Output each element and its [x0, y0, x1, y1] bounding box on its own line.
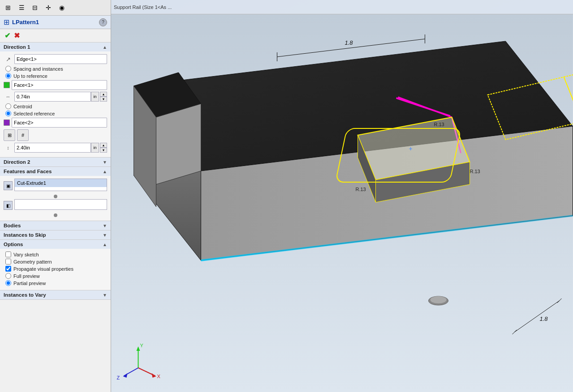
pattern-icon-btn1[interactable]: ⊞ [4, 129, 15, 141]
spacing1-unit-btn[interactable]: in [91, 92, 99, 102]
toolbar-btn-color[interactable]: ◉ [56, 1, 68, 14]
vary-sketch-checkbox[interactable] [5, 251, 11, 257]
svg-text:Y: Y [140, 343, 144, 348]
radius-label-4: R.13 [492, 84, 503, 89]
small-icon-row: ⊞ # [4, 129, 107, 141]
radius-label-1: R.13 [356, 187, 366, 192]
direction1-section: Direction 1 ▲ ↗ Edge<1> Spacing and inst… [0, 43, 111, 158]
pattern-icon-btn2[interactable]: # [17, 129, 29, 141]
centroid-label[interactable]: Centroid [13, 104, 32, 109]
toolbar-btn-grid[interactable]: ⊞ [2, 1, 14, 14]
vary-sketch-label[interactable]: Vary sketch [13, 252, 39, 257]
cut-extrude-item[interactable]: Cut-Extrude1 [15, 179, 107, 187]
direction2-header[interactable]: Direction 2 ▼ [0, 158, 111, 166]
confirm-button[interactable]: ✔ [4, 31, 10, 40]
geometry-pattern-checkbox[interactable] [5, 259, 11, 264]
svg-text:Z: Z [117, 375, 120, 380]
help-button[interactable]: ? [99, 18, 107, 26]
selected-reference-label[interactable]: Selected reference [13, 111, 55, 116]
propagate-visual-checkbox[interactable] [5, 266, 11, 272]
instances-vary-section: Instances to Vary ▼ [0, 290, 111, 300]
spacing2-input[interactable]: 2.40in [14, 143, 91, 153]
face1-color-indicator [4, 82, 10, 88]
face2-input[interactable]: Face<2> [12, 118, 107, 128]
features-faces-header[interactable]: Features and Faces ▲ [0, 167, 111, 176]
propagate-visual-label[interactable]: Propagate visual properties [13, 266, 73, 272]
spacing1-unit-btns: in ▲ ▼ [91, 92, 107, 102]
instances-skip-header[interactable]: Instances to Skip ▼ [0, 230, 111, 239]
crosshair-symbol: + [409, 145, 412, 152]
svg-marker-6 [156, 104, 201, 184]
spacing1-input[interactable]: 0.74in [14, 92, 91, 102]
propagate-visual-row: Propagate visual properties [4, 266, 107, 272]
bodies-header[interactable]: Bodies ▼ [0, 221, 111, 230]
direction2-title: Direction 2 [4, 159, 30, 165]
centroid-radio[interactable] [5, 103, 11, 109]
spacing1-icon: ↔ [4, 92, 13, 101]
breadcrumb-text: Support Rail (Size 1<As ... [114, 4, 172, 10]
action-row: ✔ ✖ [0, 29, 111, 43]
spacing-instances-label[interactable]: Spacing and instances [13, 66, 63, 72]
face2-color-indicator [4, 119, 10, 126]
geometry-pattern-row: Geometry pattern [4, 259, 107, 264]
selected-reference-radio[interactable] [5, 111, 11, 116]
features-faces-body: ▣ Cut-Extrude1 ◧ [0, 176, 111, 221]
direction1-body: ↗ Edge<1> Spacing and instances Up to re… [0, 51, 111, 157]
spacing1-up[interactable]: ▲ [100, 92, 107, 97]
instances-vary-header[interactable]: Instances to Vary ▼ [0, 290, 111, 299]
features-faces-title: Features and Faces [4, 169, 52, 174]
toolbar-btn-list[interactable]: ☰ [15, 1, 28, 14]
options-chevron: ▲ [103, 242, 107, 247]
features-list[interactable]: Cut-Extrude1 [14, 179, 107, 191]
direction2-chevron: ▼ [103, 160, 107, 165]
instances-skip-chevron: ▼ [103, 233, 107, 238]
toolbar-btn-tree[interactable]: ⊟ [29, 1, 41, 14]
panel-title-row: ⊞ LPattern1 [4, 18, 39, 26]
full-preview-row: Full preview [4, 273, 107, 279]
selected-reference-radio-row: Selected reference [4, 111, 107, 116]
faces-icon: ◧ [4, 201, 13, 210]
spacing2-icon: ↕ [4, 143, 13, 152]
top-toolbar: ⊞ ☰ ⊟ ✛ ◉ [0, 0, 111, 16]
up-to-reference-radio[interactable] [5, 73, 11, 79]
direction1-header[interactable]: Direction 1 ▲ [0, 43, 111, 51]
panel-title: LPattern1 [12, 19, 39, 26]
full-preview-radio[interactable] [5, 273, 11, 279]
edge-field-row: ↗ Edge<1> [4, 54, 107, 64]
spacing2-unit-btn[interactable]: in [91, 143, 99, 153]
radius-label-3: R.13 [470, 169, 480, 174]
bodies-section: Bodies ▼ [0, 221, 111, 230]
direction2-section: Direction 2 ▼ [0, 158, 111, 167]
face1-input[interactable]: Face<1> [12, 80, 107, 90]
spacing2-down[interactable]: ▼ [100, 148, 107, 153]
spacing2-up[interactable]: ▲ [100, 143, 107, 148]
face1-row: Face<1> [4, 80, 107, 90]
spacing1-row: ↔ 0.74in in ▲ ▼ [4, 92, 107, 102]
partial-preview-row: Partial preview [4, 280, 107, 286]
partial-preview-radio[interactable] [5, 280, 11, 286]
right-panel: Support Rail (Size 1<As ... [111, 0, 573, 392]
instances-skip-section: Instances to Skip ▼ [0, 230, 111, 240]
left-panel: ⊞ ☰ ⊟ ✛ ◉ ⊞ LPattern1 ? ✔ ✖ Direction 1 … [0, 0, 111, 392]
spacing1-down[interactable]: ▼ [100, 97, 107, 102]
toolbar-btn-target[interactable]: ✛ [42, 1, 55, 14]
faces-list[interactable] [14, 199, 107, 210]
svg-text:X: X [157, 374, 161, 379]
partial-preview-label[interactable]: Partial preview [13, 281, 46, 286]
vary-sketch-row: Vary sketch [4, 251, 107, 257]
spacing-instances-radio-row: Spacing and instances [4, 66, 107, 72]
full-preview-label[interactable]: Full preview [13, 273, 40, 279]
spacing-instances-radio[interactable] [5, 66, 11, 72]
features-faces-section: Features and Faces ▲ ▣ Cut-Extrude1 ◧ [0, 167, 111, 221]
spacing1-input-group: 0.74in in ▲ ▼ [14, 92, 107, 102]
options-body: Vary sketch Geometry pattern Propagate v… [0, 249, 111, 290]
edge-input[interactable]: Edge<1> [14, 54, 107, 64]
faces-list-empty [15, 200, 107, 202]
dim-label-1: 1.8 [345, 39, 353, 46]
features-icon-row: ▣ Cut-Extrude1 [4, 179, 107, 193]
geometry-pattern-label[interactable]: Geometry pattern [13, 259, 52, 264]
bodies-title: Bodies [4, 223, 21, 228]
up-to-reference-label[interactable]: Up to reference [13, 73, 47, 79]
cancel-button[interactable]: ✖ [14, 31, 20, 40]
options-header[interactable]: Options ▲ [0, 240, 111, 249]
